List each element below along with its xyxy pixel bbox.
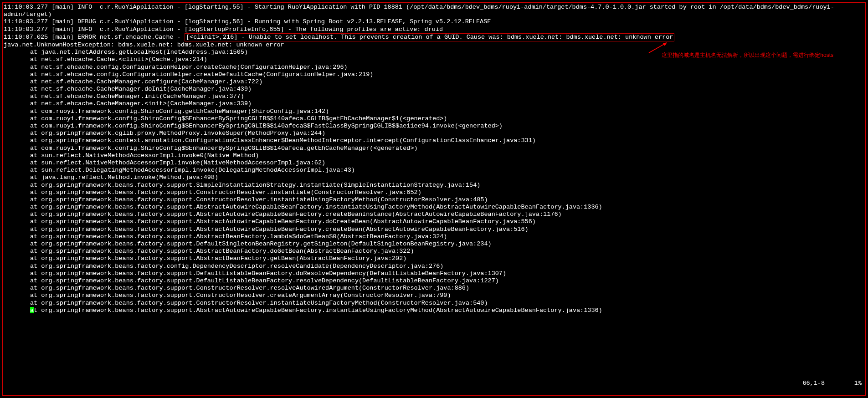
stack-trace-line: at com.ruoyi.framework.config.ShiroConfi…: [4, 122, 864, 130]
log-line: 11:10:03.277 [main] DEBUG c.r.RuoYiAppli…: [4, 18, 864, 26]
stack-trace-line: at org.springframework.beans.factory.sup…: [4, 204, 864, 211]
stack-trace-line: at sun.reflect.NativeMethodAccessorImpl.…: [4, 159, 864, 167]
stack-trace-line: at org.springframework.beans.factory.sup…: [4, 248, 864, 255]
terminal-window[interactable]: 11:10:03.277 [main] INFO c.r.RuoYiApplic…: [2, 2, 866, 396]
error-highlight-box: [<clinit>,216] - Unable to set localhost…: [185, 33, 674, 41]
error-log-line: 11:10:07.025 [main] ERROR net.sf.ehcache…: [4, 33, 864, 41]
log-content: 11:10:03.277 [main] INFO c.r.RuoYiApplic…: [4, 4, 864, 314]
stack-trace-line: at org.springframework.beans.factory.sup…: [4, 270, 864, 277]
stack-trace-line: at org.springframework.beans.factory.sup…: [4, 285, 864, 292]
cursor-position: 66,1-8: [802, 380, 825, 387]
stack-trace-line: at org.springframework.beans.factory.sup…: [4, 211, 864, 218]
stack-trace-line: at org.springframework.context.annotatio…: [4, 137, 864, 144]
stack-trace-line: at sun.reflect.NativeMethodAccessorImpl.…: [4, 152, 864, 159]
scroll-percent: 1%: [854, 380, 862, 387]
stack-trace-line: at java.lang.reflect.Method.invoke(Metho…: [4, 174, 864, 181]
svg-marker-1: [663, 42, 667, 46]
stack-trace-line: at org.springframework.beans.factory.sup…: [4, 240, 864, 248]
annotation-text: 这里指的域名是主机名无法解析，所以出现这个问题，需进行绑定hosts: [662, 52, 833, 58]
stack-trace-line: at org.springframework.beans.factory.sup…: [4, 233, 864, 240]
stack-trace-line: at org.springframework.beans.factory.sup…: [4, 196, 864, 204]
stack-trace-line: at org.springframework.beans.factory.sup…: [4, 218, 864, 225]
stack-trace-line: at net.sf.ehcache.CacheManager.configure…: [4, 78, 864, 86]
stack-trace-line: at com.ruoyi.framework.config.ShiroConfi…: [4, 108, 864, 115]
log-line: 11:10:03.277 [main] INFO c.r.RuoYiApplic…: [4, 26, 864, 33]
stack-trace-line: at net.sf.ehcache.config.ConfigurationHe…: [4, 71, 864, 78]
stack-trace-line: at org.springframework.beans.factory.sup…: [4, 307, 864, 314]
stack-trace-line: at org.springframework.beans.factory.sup…: [4, 277, 864, 285]
stack-trace-line: at org.springframework.cglib.proxy.Metho…: [4, 130, 864, 137]
stack-trace-line: at net.sf.ehcache.CacheManager.<init>(Ca…: [4, 100, 864, 107]
annotation-arrow: [647, 41, 669, 55]
stack-trace-line: at net.sf.ehcache.config.ConfigurationHe…: [4, 64, 864, 71]
exception-line: java.net.UnknownHostException: bdms.xuel…: [4, 41, 864, 49]
stack-trace-line: at org.springframework.beans.factory.sup…: [4, 182, 864, 189]
terminal-cursor: [30, 307, 34, 313]
log-line: 11:10:03.277 [main] INFO c.r.RuoYiApplic…: [4, 4, 864, 18]
stack-trace-line: at com.ruoyi.framework.config.ShiroConfi…: [4, 145, 864, 152]
stack-trace-line: at com.ruoyi.framework.config.ShiroConfi…: [4, 115, 864, 122]
stack-trace-line: at org.springframework.beans.factory.sup…: [4, 255, 864, 262]
stack-trace-line: at org.springframework.beans.factory.sup…: [4, 226, 864, 233]
stack-trace-line: at org.springframework.beans.factory.sup…: [4, 292, 864, 299]
stack-trace-line: at net.sf.ehcache.CacheManager.doInit(Ca…: [4, 86, 864, 93]
stack-trace-line: at org.springframework.beans.factory.con…: [4, 263, 864, 270]
svg-line-0: [649, 43, 666, 53]
vim-status-bar: 66,1-8 1%: [788, 372, 862, 394]
stack-trace-line: at sun.reflect.DelegatingMethodAccessorI…: [4, 167, 864, 174]
stack-trace-line: at net.sf.ehcache.CacheManager.init(Cach…: [4, 93, 864, 100]
stack-trace-line: at org.springframework.beans.factory.sup…: [4, 189, 864, 196]
stack-trace-line: at org.springframework.beans.factory.sup…: [4, 300, 864, 307]
